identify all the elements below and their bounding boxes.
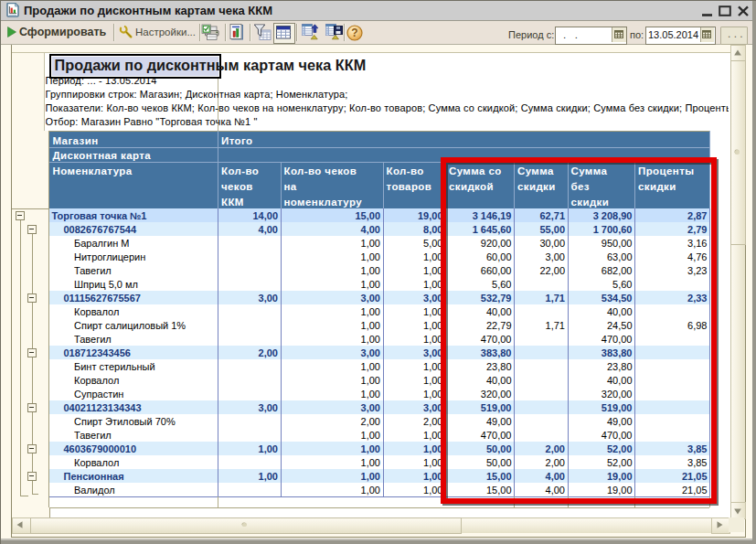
svg-text:?: ? (351, 27, 357, 39)
